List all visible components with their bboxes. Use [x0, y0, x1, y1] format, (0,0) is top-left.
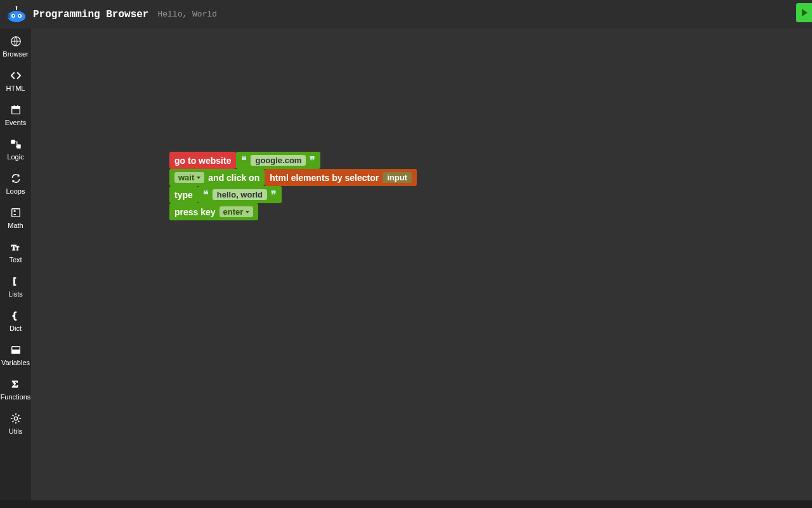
block-html-selector[interactable]: html elements by selector input	[265, 169, 417, 186]
block-go-to-website[interactable]: go to website ❝ google.com ❞	[169, 152, 417, 169]
block-stack[interactable]: go to website ❝ google.com ❞ wait and cl…	[169, 152, 417, 220]
bottom-bar	[0, 500, 812, 508]
block-label: go to website	[169, 152, 236, 169]
sidebar-item-label: Logic	[7, 153, 23, 161]
svg-text:Σ: Σ	[11, 378, 18, 389]
sidebar-item-label: Lists	[8, 290, 23, 298]
sidebar-item-label: Loops	[6, 187, 25, 195]
project-name: Hello, World	[157, 10, 217, 19]
sidebar-item-html[interactable]: HTML	[0, 69, 31, 92]
sidebar-item-functions[interactable]: Σ Functions	[0, 378, 31, 401]
block-segment: wait and click on	[169, 169, 265, 186]
quote-open-icon: ❝	[201, 189, 211, 201]
app-title: Programming Browser	[33, 9, 148, 20]
sidebar-item-label: HTML	[6, 84, 25, 92]
sidebar-item-events[interactable]: Events	[0, 104, 31, 126]
block-wait-and-click[interactable]: wait and click on html elements by selec…	[169, 169, 417, 186]
block-label: press key	[174, 207, 216, 217]
logic-icon	[10, 138, 22, 150]
sidebar-item-label: Math	[8, 222, 23, 229]
dict-icon: { }	[10, 309, 22, 322]
sidebar-item-math[interactable]: Math	[0, 206, 31, 229]
sidebar-item-loops[interactable]: Loops	[0, 172, 31, 195]
globe-icon	[10, 35, 22, 48]
sidebar-item-variables[interactable]: Variables	[0, 344, 31, 366]
gear-icon	[10, 412, 22, 425]
math-icon	[10, 206, 22, 219]
key-dropdown[interactable]: enter	[219, 206, 254, 217]
svg-text:T: T	[16, 246, 19, 251]
svg-text:{ }: { }	[11, 311, 21, 321]
sidebar-item-logic[interactable]: Logic	[0, 138, 31, 161]
sidebar-item-label: Dict	[10, 324, 22, 332]
loops-icon	[10, 172, 22, 185]
selector-value[interactable]: input	[383, 172, 412, 183]
svg-point-7	[8, 13, 10, 18]
variables-icon	[10, 344, 22, 356]
block-label: html elements by selector	[270, 173, 379, 183]
block-label: type	[169, 186, 198, 203]
code-icon	[10, 69, 22, 82]
sidebar-item-utils[interactable]: Utils	[0, 412, 31, 435]
topbar: Programming Browser Hello, World	[0, 0, 812, 29]
block-press-key[interactable]: press key enter	[169, 203, 417, 220]
string-value[interactable]: google.com	[251, 155, 306, 166]
svg-text:[ ]: [ ]	[11, 276, 21, 286]
svg-point-6	[16, 6, 18, 8]
sidebar-item-label: Variables	[1, 359, 30, 366]
text-icon: TT	[10, 241, 22, 253]
svg-point-0	[8, 11, 25, 22]
svg-rect-14	[16, 145, 20, 148]
svg-point-26	[14, 417, 17, 420]
svg-rect-10	[11, 107, 20, 109]
sidebar-item-dict[interactable]: { } Dict	[0, 309, 31, 332]
app-logo-icon	[6, 6, 27, 23]
svg-point-3	[13, 15, 14, 16]
string-block[interactable]: ❝ google.com ❞	[236, 152, 320, 169]
workspace-canvas[interactable]: go to website ❝ google.com ❞ wait and cl…	[31, 29, 812, 500]
sidebar-item-label: Browser	[3, 50, 28, 58]
quote-close-icon: ❞	[308, 154, 317, 166]
sidebar-item-label: Events	[5, 119, 27, 126]
sidebar-item-label: Utils	[9, 427, 22, 435]
svg-point-4	[19, 15, 20, 16]
string-block[interactable]: ❝ hello, world ❞	[198, 186, 282, 203]
category-sidebar: Browser HTML Events Logic Loops	[0, 29, 31, 500]
functions-icon: Σ	[10, 378, 22, 391]
sidebar-item-text[interactable]: TT Text	[0, 241, 31, 264]
block-segment: press key enter	[169, 203, 258, 220]
lists-icon: [ ]	[10, 275, 22, 288]
sidebar-item-browser[interactable]: Browser	[0, 35, 31, 58]
block-label: and click on	[208, 173, 259, 183]
svg-rect-13	[11, 140, 14, 144]
sidebar-item-label: Text	[9, 256, 22, 264]
block-type[interactable]: type ❝ hello, world ❞	[169, 186, 417, 203]
wait-dropdown[interactable]: wait	[174, 172, 204, 183]
run-button[interactable]	[796, 3, 812, 22]
calendar-icon	[10, 104, 22, 116]
quote-close-icon: ❞	[269, 189, 278, 201]
svg-rect-24	[11, 350, 20, 353]
sidebar-item-label: Functions	[1, 393, 31, 401]
svg-rect-15	[11, 209, 20, 217]
quote-open-icon: ❝	[239, 154, 249, 166]
string-value[interactable]: hello, world	[213, 189, 267, 200]
sidebar-item-lists[interactable]: [ ] Lists	[0, 275, 31, 298]
